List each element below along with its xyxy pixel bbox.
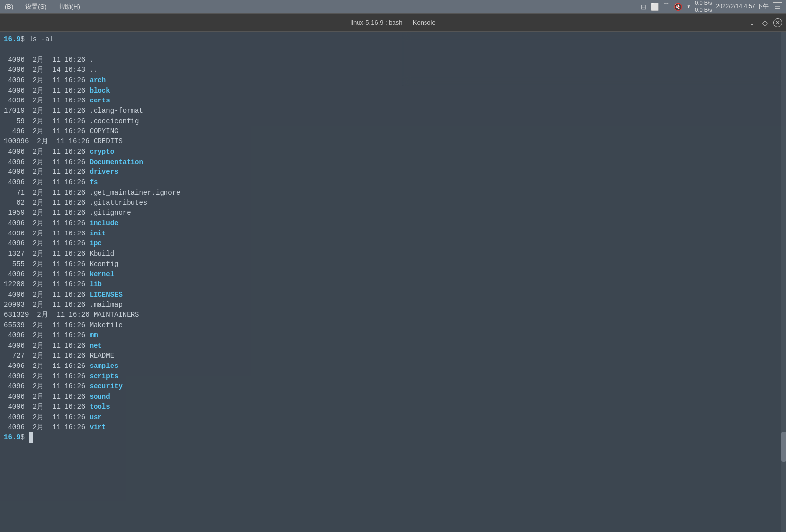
menubar-left: (B) 设置(S) 帮助(H) <box>2 1 83 12</box>
menubar: (B) 设置(S) 帮助(H) ⊟ ⬜ ⌒ 🔇 ▼ 0.0 B/s 0.0 B/… <box>0 0 786 14</box>
display-icon: ▭ <box>773 2 782 11</box>
clipboard-icon: ⊟ <box>641 3 647 11</box>
scrollbar[interactable] <box>781 32 786 532</box>
network-speed: 0.0 B/s 0.0 B/s <box>695 0 712 13</box>
volume-icon: 🔇 <box>674 3 682 11</box>
titlebar: linux-5.16.9 : bash — Konsole ⌄ ◇ ✕ <box>0 14 786 32</box>
titlebar-controls: ⌄ ◇ ✕ <box>748 18 782 27</box>
menu-item-settings[interactable]: 设置(S) <box>22 1 49 12</box>
menu-item-help[interactable]: 帮助(H) <box>56 1 83 12</box>
menubar-right: ⊟ ⬜ ⌒ 🔇 ▼ 0.0 B/s 0.0 B/s 2022/2/14 4:57… <box>641 0 782 13</box>
datetime: 2022/2/14 4:57 下午 <box>716 2 769 11</box>
blur-overlay <box>402 32 786 86</box>
screenshot-icon: ⬜ <box>651 3 659 11</box>
wifi-icon: ⌒ <box>663 2 670 11</box>
titlebar-down-arrow[interactable]: ⌄ <box>748 18 756 27</box>
menu-item-b[interactable]: (B) <box>2 2 16 11</box>
titlebar-diamond[interactable]: ◇ <box>760 18 769 27</box>
terminal-output: 16.9$ ls -al 4096 2月 11 16:26 . 4096 2月 … <box>4 34 782 443</box>
terminal[interactable]: 16.9$ ls -al 4096 2月 11 16:26 . 4096 2月 … <box>0 32 786 532</box>
window-title: linux-5.16.9 : bash — Konsole <box>350 19 435 26</box>
volume-chevron: ▼ <box>686 4 691 9</box>
scrollbar-thumb[interactable] <box>781 432 786 462</box>
titlebar-close-button[interactable]: ✕ <box>773 18 782 27</box>
